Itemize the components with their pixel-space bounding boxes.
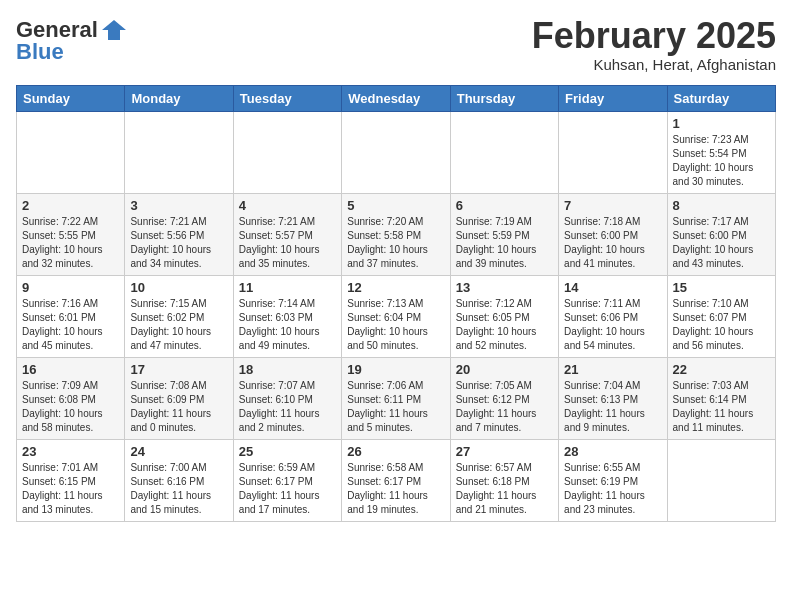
day-info: Sunrise: 7:20 AM Sunset: 5:58 PM Dayligh… bbox=[347, 215, 444, 271]
day-info: Sunrise: 7:05 AM Sunset: 6:12 PM Dayligh… bbox=[456, 379, 553, 435]
week-row-1: 1Sunrise: 7:23 AM Sunset: 5:54 PM Daylig… bbox=[17, 111, 776, 193]
day-number: 3 bbox=[130, 198, 227, 213]
calendar-cell: 16Sunrise: 7:09 AM Sunset: 6:08 PM Dayli… bbox=[17, 357, 125, 439]
calendar-cell: 6Sunrise: 7:19 AM Sunset: 5:59 PM Daylig… bbox=[450, 193, 558, 275]
calendar-cell: 15Sunrise: 7:10 AM Sunset: 6:07 PM Dayli… bbox=[667, 275, 775, 357]
day-number: 20 bbox=[456, 362, 553, 377]
location-subtitle: Kuhsan, Herat, Afghanistan bbox=[532, 56, 776, 73]
calendar-cell: 11Sunrise: 7:14 AM Sunset: 6:03 PM Dayli… bbox=[233, 275, 341, 357]
day-info: Sunrise: 7:07 AM Sunset: 6:10 PM Dayligh… bbox=[239, 379, 336, 435]
calendar-cell: 19Sunrise: 7:06 AM Sunset: 6:11 PM Dayli… bbox=[342, 357, 450, 439]
calendar-cell bbox=[559, 111, 667, 193]
day-number: 18 bbox=[239, 362, 336, 377]
day-number: 5 bbox=[347, 198, 444, 213]
day-number: 1 bbox=[673, 116, 770, 131]
logo-blue-text: Blue bbox=[16, 39, 64, 64]
day-number: 14 bbox=[564, 280, 661, 295]
day-number: 23 bbox=[22, 444, 119, 459]
calendar-cell: 14Sunrise: 7:11 AM Sunset: 6:06 PM Dayli… bbox=[559, 275, 667, 357]
calendar-table: SundayMondayTuesdayWednesdayThursdayFrid… bbox=[16, 85, 776, 522]
day-info: Sunrise: 7:04 AM Sunset: 6:13 PM Dayligh… bbox=[564, 379, 661, 435]
calendar-cell: 17Sunrise: 7:08 AM Sunset: 6:09 PM Dayli… bbox=[125, 357, 233, 439]
day-number: 2 bbox=[22, 198, 119, 213]
day-info: Sunrise: 7:14 AM Sunset: 6:03 PM Dayligh… bbox=[239, 297, 336, 353]
weekday-header-wednesday: Wednesday bbox=[342, 85, 450, 111]
weekday-header-thursday: Thursday bbox=[450, 85, 558, 111]
day-info: Sunrise: 7:21 AM Sunset: 5:57 PM Dayligh… bbox=[239, 215, 336, 271]
day-number: 26 bbox=[347, 444, 444, 459]
day-number: 25 bbox=[239, 444, 336, 459]
day-number: 21 bbox=[564, 362, 661, 377]
day-number: 11 bbox=[239, 280, 336, 295]
day-number: 28 bbox=[564, 444, 661, 459]
day-number: 27 bbox=[456, 444, 553, 459]
calendar-cell: 8Sunrise: 7:17 AM Sunset: 6:00 PM Daylig… bbox=[667, 193, 775, 275]
day-info: Sunrise: 7:18 AM Sunset: 6:00 PM Dayligh… bbox=[564, 215, 661, 271]
week-row-2: 2Sunrise: 7:22 AM Sunset: 5:55 PM Daylig… bbox=[17, 193, 776, 275]
calendar-cell: 3Sunrise: 7:21 AM Sunset: 5:56 PM Daylig… bbox=[125, 193, 233, 275]
calendar-cell: 9Sunrise: 7:16 AM Sunset: 6:01 PM Daylig… bbox=[17, 275, 125, 357]
calendar-cell: 12Sunrise: 7:13 AM Sunset: 6:04 PM Dayli… bbox=[342, 275, 450, 357]
calendar-cell: 28Sunrise: 6:55 AM Sunset: 6:19 PM Dayli… bbox=[559, 439, 667, 521]
calendar-cell: 20Sunrise: 7:05 AM Sunset: 6:12 PM Dayli… bbox=[450, 357, 558, 439]
weekday-header-monday: Monday bbox=[125, 85, 233, 111]
day-info: Sunrise: 7:08 AM Sunset: 6:09 PM Dayligh… bbox=[130, 379, 227, 435]
day-info: Sunrise: 7:22 AM Sunset: 5:55 PM Dayligh… bbox=[22, 215, 119, 271]
calendar-cell: 22Sunrise: 7:03 AM Sunset: 6:14 PM Dayli… bbox=[667, 357, 775, 439]
day-info: Sunrise: 7:11 AM Sunset: 6:06 PM Dayligh… bbox=[564, 297, 661, 353]
day-number: 4 bbox=[239, 198, 336, 213]
day-info: Sunrise: 6:57 AM Sunset: 6:18 PM Dayligh… bbox=[456, 461, 553, 517]
calendar-cell bbox=[450, 111, 558, 193]
calendar-cell: 7Sunrise: 7:18 AM Sunset: 6:00 PM Daylig… bbox=[559, 193, 667, 275]
calendar-cell bbox=[342, 111, 450, 193]
weekday-header-sunday: Sunday bbox=[17, 85, 125, 111]
weekday-header-tuesday: Tuesday bbox=[233, 85, 341, 111]
calendar-cell bbox=[667, 439, 775, 521]
week-row-4: 16Sunrise: 7:09 AM Sunset: 6:08 PM Dayli… bbox=[17, 357, 776, 439]
day-number: 8 bbox=[673, 198, 770, 213]
calendar-cell bbox=[125, 111, 233, 193]
calendar-cell: 4Sunrise: 7:21 AM Sunset: 5:57 PM Daylig… bbox=[233, 193, 341, 275]
calendar-cell: 24Sunrise: 7:00 AM Sunset: 6:16 PM Dayli… bbox=[125, 439, 233, 521]
calendar-cell: 25Sunrise: 6:59 AM Sunset: 6:17 PM Dayli… bbox=[233, 439, 341, 521]
calendar-cell: 1Sunrise: 7:23 AM Sunset: 5:54 PM Daylig… bbox=[667, 111, 775, 193]
day-number: 13 bbox=[456, 280, 553, 295]
day-number: 15 bbox=[673, 280, 770, 295]
day-number: 12 bbox=[347, 280, 444, 295]
day-info: Sunrise: 7:09 AM Sunset: 6:08 PM Dayligh… bbox=[22, 379, 119, 435]
calendar-cell: 5Sunrise: 7:20 AM Sunset: 5:58 PM Daylig… bbox=[342, 193, 450, 275]
calendar-cell: 23Sunrise: 7:01 AM Sunset: 6:15 PM Dayli… bbox=[17, 439, 125, 521]
calendar-cell: 2Sunrise: 7:22 AM Sunset: 5:55 PM Daylig… bbox=[17, 193, 125, 275]
weekday-header-saturday: Saturday bbox=[667, 85, 775, 111]
day-number: 19 bbox=[347, 362, 444, 377]
day-info: Sunrise: 7:23 AM Sunset: 5:54 PM Dayligh… bbox=[673, 133, 770, 189]
day-number: 17 bbox=[130, 362, 227, 377]
day-info: Sunrise: 7:10 AM Sunset: 6:07 PM Dayligh… bbox=[673, 297, 770, 353]
day-info: Sunrise: 7:21 AM Sunset: 5:56 PM Dayligh… bbox=[130, 215, 227, 271]
calendar-cell: 13Sunrise: 7:12 AM Sunset: 6:05 PM Dayli… bbox=[450, 275, 558, 357]
day-info: Sunrise: 6:55 AM Sunset: 6:19 PM Dayligh… bbox=[564, 461, 661, 517]
calendar-cell bbox=[233, 111, 341, 193]
week-row-5: 23Sunrise: 7:01 AM Sunset: 6:15 PM Dayli… bbox=[17, 439, 776, 521]
day-info: Sunrise: 7:12 AM Sunset: 6:05 PM Dayligh… bbox=[456, 297, 553, 353]
logo: General Blue bbox=[16, 16, 128, 64]
day-info: Sunrise: 7:06 AM Sunset: 6:11 PM Dayligh… bbox=[347, 379, 444, 435]
day-number: 7 bbox=[564, 198, 661, 213]
day-info: Sunrise: 7:16 AM Sunset: 6:01 PM Dayligh… bbox=[22, 297, 119, 353]
day-info: Sunrise: 6:58 AM Sunset: 6:17 PM Dayligh… bbox=[347, 461, 444, 517]
day-number: 9 bbox=[22, 280, 119, 295]
day-info: Sunrise: 7:03 AM Sunset: 6:14 PM Dayligh… bbox=[673, 379, 770, 435]
title-block: February 2025 Kuhsan, Herat, Afghanistan bbox=[532, 16, 776, 73]
calendar-cell: 27Sunrise: 6:57 AM Sunset: 6:18 PM Dayli… bbox=[450, 439, 558, 521]
calendar-cell bbox=[17, 111, 125, 193]
svg-marker-0 bbox=[102, 20, 126, 40]
logo-icon bbox=[100, 16, 128, 44]
week-row-3: 9Sunrise: 7:16 AM Sunset: 6:01 PM Daylig… bbox=[17, 275, 776, 357]
day-number: 6 bbox=[456, 198, 553, 213]
day-info: Sunrise: 7:15 AM Sunset: 6:02 PM Dayligh… bbox=[130, 297, 227, 353]
month-title: February 2025 bbox=[532, 16, 776, 56]
calendar-cell: 18Sunrise: 7:07 AM Sunset: 6:10 PM Dayli… bbox=[233, 357, 341, 439]
page-header: General Blue February 2025 Kuhsan, Herat… bbox=[16, 16, 776, 73]
day-number: 10 bbox=[130, 280, 227, 295]
weekday-header-row: SundayMondayTuesdayWednesdayThursdayFrid… bbox=[17, 85, 776, 111]
